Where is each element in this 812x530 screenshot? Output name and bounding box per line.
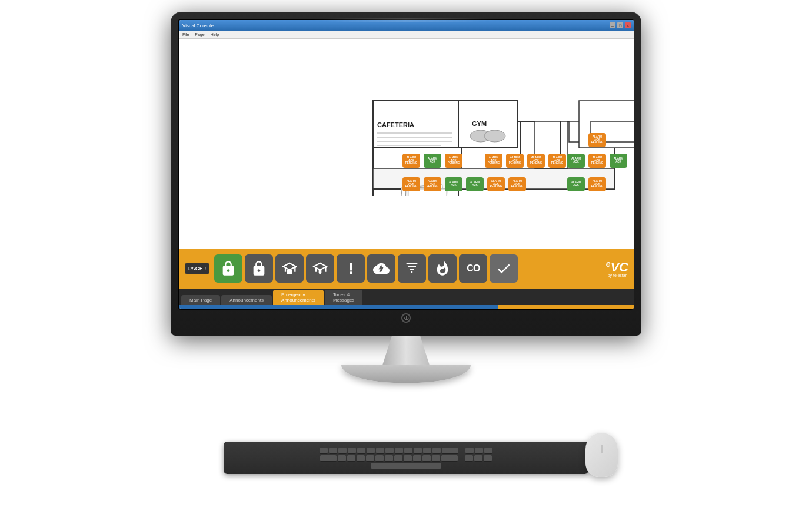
school-alt-icon [312, 260, 328, 277]
secure-button[interactable] [245, 254, 273, 283]
monitor-screen: Visual Console – □ × File Page Help [179, 20, 634, 309]
key[interactable] [465, 448, 474, 453]
tab-announcements[interactable]: Announcements [221, 295, 272, 305]
lock-alt-icon [251, 260, 267, 277]
tab-emergency-announcements[interactable]: EmergencyAnnouncements [273, 290, 324, 305]
key[interactable] [320, 448, 328, 453]
key[interactable] [484, 455, 492, 461]
svg-text:GYM: GYM [472, 120, 487, 127]
key[interactable] [474, 455, 482, 461]
keyboard-row-3 [232, 463, 580, 469]
key[interactable] [422, 455, 431, 461]
cloud-lightning-icon [373, 260, 390, 277]
key-spacebar[interactable] [371, 463, 441, 469]
menu-help[interactable]: Help [211, 32, 219, 37]
key[interactable] [338, 448, 347, 453]
weather-button[interactable] [367, 254, 395, 283]
monitor-neck [382, 336, 430, 365]
key[interactable] [475, 448, 483, 453]
key[interactable] [338, 455, 346, 461]
key[interactable] [395, 448, 403, 453]
page-label: PAGE ! [185, 263, 209, 274]
tornado-icon [404, 260, 420, 277]
status-bar [179, 305, 634, 309]
minimize-button[interactable]: – [610, 22, 615, 28]
co-icon: CO [467, 263, 480, 274]
key[interactable] [404, 448, 412, 453]
key[interactable] [367, 448, 375, 453]
title-bar: Visual Console – □ × [179, 20, 634, 31]
school-alert-button[interactable] [275, 254, 304, 283]
key[interactable] [329, 448, 337, 453]
key[interactable] [414, 448, 422, 453]
key[interactable] [357, 448, 365, 453]
fire-icon [434, 260, 451, 277]
key[interactable] [465, 455, 473, 461]
co-button[interactable]: CO [459, 254, 487, 283]
lockdown-button[interactable] [214, 254, 242, 283]
key[interactable] [413, 455, 421, 461]
bottom-toolbar: PAGE ! [179, 249, 634, 289]
evc-logo: eVC by telestar [606, 260, 628, 278]
svg-point-11 [484, 130, 505, 142]
key[interactable] [394, 455, 402, 461]
floor-plan-area: CAFETERIA GYM [179, 39, 634, 249]
maximize-button[interactable]: □ [617, 22, 623, 28]
key[interactable] [484, 448, 492, 453]
key[interactable] [357, 455, 365, 461]
monitor-base [341, 365, 471, 383]
menu-file[interactable]: File [182, 32, 189, 37]
key[interactable] [376, 448, 384, 453]
monitor-screen-area: Visual Console – □ × File Page Help [178, 19, 634, 310]
title-bar-buttons: – □ × [610, 22, 631, 28]
key[interactable] [347, 455, 355, 461]
keyboard-row-1 [232, 448, 580, 453]
key[interactable] [432, 448, 441, 453]
evc-logo-sub: by telestar [608, 273, 627, 277]
key[interactable] [404, 455, 412, 461]
app-window: Visual Console – □ × File Page Help [179, 20, 634, 309]
key[interactable] [432, 455, 440, 461]
tab-tones-messages[interactable]: Tones &Messages [325, 290, 362, 305]
school-secure-button[interactable] [306, 254, 334, 283]
keyboard-row-2 [232, 455, 580, 461]
key[interactable] [348, 448, 356, 453]
key[interactable] [366, 455, 374, 461]
tab-main-page[interactable]: Main Page [181, 295, 220, 305]
lock-icon [220, 260, 237, 277]
mouse [585, 433, 618, 477]
check-icon [495, 260, 512, 277]
fire-button[interactable] [428, 254, 457, 283]
window-title: Visual Console [182, 23, 607, 28]
key-tab[interactable] [320, 455, 337, 461]
key[interactable] [423, 448, 431, 453]
monitor: Visual Console – □ × File Page Help [171, 12, 641, 383]
monitor-bezel: Visual Console – □ × File Page Help [171, 12, 641, 336]
evc-logo-text: eVC [606, 260, 628, 274]
key[interactable] [375, 455, 384, 461]
exclamation-icon: ! [348, 259, 354, 278]
power-button[interactable]: ⏻ [401, 313, 411, 323]
keyboard [224, 442, 588, 474]
warning-button[interactable]: ! [337, 254, 365, 283]
key-enter[interactable] [441, 455, 458, 461]
menu-bar: File Page Help [179, 31, 634, 39]
tornado-button[interactable] [398, 254, 426, 283]
close-button[interactable]: × [625, 22, 631, 28]
svg-text:CAFETERIA: CAFETERIA [377, 121, 414, 128]
check-button[interactable] [490, 254, 518, 283]
nav-tabs: Main Page Announcements EmergencyAnnounc… [179, 289, 634, 305]
menu-page[interactable]: Page [195, 32, 204, 37]
key[interactable] [385, 448, 394, 453]
key-backspace[interactable] [442, 448, 458, 453]
key[interactable] [385, 455, 393, 461]
svg-rect-24 [287, 270, 292, 274]
floor-plan-svg: CAFETERIA GYM [179, 42, 634, 196]
scene: Visual Console – □ × File Page Help [0, 0, 812, 530]
school-icon [281, 260, 298, 277]
svg-point-25 [320, 271, 321, 272]
